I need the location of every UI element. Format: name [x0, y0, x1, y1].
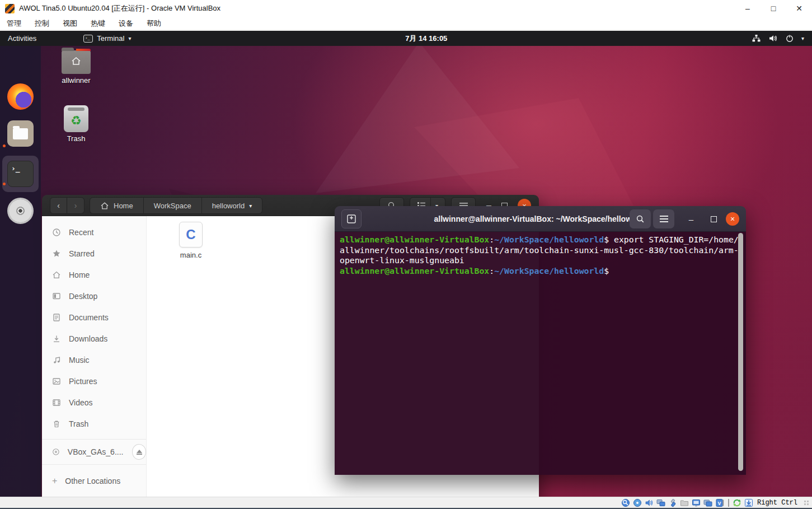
- running-dot: [3, 144, 6, 147]
- back-button[interactable]: ‹: [50, 197, 67, 214]
- minimize-button[interactable]: –: [735, 0, 761, 17]
- breadcrumb-home[interactable]: Home: [90, 198, 144, 213]
- dock-files-icon[interactable]: [7, 120, 34, 147]
- statusbar-keyboard-capture-icon[interactable]: [744, 498, 754, 507]
- files-sidebar: Recent Starred Home Desktop Documents: [42, 216, 147, 497]
- menu-help[interactable]: 帮助: [140, 17, 168, 30]
- network-icon: [752, 34, 761, 43]
- sidebar-item-label: Downloads: [69, 334, 107, 343]
- statusbar-divider: [728, 499, 729, 507]
- menu-devices[interactable]: 设备: [112, 17, 140, 30]
- sidebar-item-home[interactable]: Home: [42, 264, 146, 286]
- gnome-topbar: Activities ›_ Terminal ▾ 7月 14 16:05 ▾: [0, 31, 812, 46]
- statusbar-optical-disc-icon[interactable]: [633, 498, 642, 507]
- sidebar-item-starred[interactable]: Starred: [42, 243, 146, 264]
- optical-disc-icon: [52, 447, 60, 456]
- statusbar-shared-folders-icon[interactable]: [680, 498, 689, 507]
- sidebar-item-pictures[interactable]: Pictures: [42, 371, 146, 392]
- trash-icon: ♻: [64, 105, 88, 132]
- eject-button[interactable]: [132, 444, 146, 460]
- breadcrumb: Home WorkSpace helloworld ▾: [90, 197, 262, 214]
- close-button[interactable]: ✕: [786, 0, 812, 17]
- system-tray[interactable]: ▾: [752, 34, 812, 43]
- chevron-down-icon: ▾: [249, 203, 252, 209]
- app-menu-label: Terminal: [97, 34, 124, 43]
- terminal-scrollbar[interactable]: [738, 233, 743, 471]
- sidebar-item-videos[interactable]: Videos: [42, 392, 146, 413]
- power-icon: [785, 34, 794, 43]
- window-title: AWOL Tina5.0 Ubuntu20.04 [正在运行] - Oracle…: [19, 3, 220, 13]
- music-icon: [52, 356, 61, 365]
- sidebar-item-trash[interactable]: Trash: [42, 413, 146, 435]
- sidebar-item-recent[interactable]: Recent: [42, 222, 146, 243]
- sidebar-item-label: Desktop: [69, 292, 97, 301]
- statusbar-audio-icon[interactable]: [645, 498, 654, 507]
- desktop-icon-trash[interactable]: ♻ Trash: [54, 105, 98, 143]
- volume-icon: [768, 34, 778, 43]
- menu-control[interactable]: 控制: [28, 17, 56, 30]
- terminal-search-button[interactable]: [630, 209, 651, 228]
- terminal-menu-button[interactable]: [653, 209, 674, 228]
- statusbar-display-icon[interactable]: [692, 498, 701, 507]
- terminal-window: allwinner@allwinner-VirtualBox: ~/WorkSp…: [335, 206, 746, 475]
- menu-view[interactable]: 视图: [56, 17, 84, 30]
- statusbar-vbox-features-icon[interactable]: V: [715, 498, 725, 507]
- dock-disc-icon[interactable]: [7, 198, 34, 224]
- terminal-line: allwinner@allwinner-VirtualBox:~/WorkSpa…: [340, 266, 741, 277]
- home-icon: [52, 270, 61, 279]
- terminal-app-icon: ›_: [83, 35, 93, 43]
- sidebar-item-music[interactable]: Music: [42, 349, 146, 371]
- sidebar-item-vbox-gas[interactable]: VBox_GAs_6....: [42, 439, 146, 465]
- menu-machine[interactable]: 管理: [0, 17, 28, 30]
- statusbar-network-icon[interactable]: [656, 498, 666, 507]
- sidebar-item-label: Other Locations: [65, 477, 120, 485]
- running-dot: [3, 183, 6, 185]
- forward-button[interactable]: ›: [67, 197, 85, 214]
- sidebar-item-documents[interactable]: Documents: [42, 307, 146, 328]
- svg-text:V: V: [718, 500, 721, 506]
- maximize-button[interactable]: □: [761, 0, 786, 17]
- dock-firefox-icon[interactable]: [7, 83, 34, 110]
- host-key-label: Right Ctrl: [757, 499, 797, 507]
- vm-screen: Activities ›_ Terminal ▾ 7月 14 16:05 ▾ ›…: [0, 31, 812, 497]
- activities-button[interactable]: Activities: [0, 31, 44, 46]
- video-icon: [52, 398, 61, 407]
- file-item-main-c[interactable]: C main.c: [166, 222, 216, 259]
- sidebar-item-label: Home: [69, 270, 90, 279]
- terminal-output[interactable]: allwinner@allwinner-VirtualBox:~/WorkSpa…: [335, 232, 746, 475]
- statusbar-harddisk-icon[interactable]: [621, 498, 631, 507]
- resize-grip[interactable]: [804, 501, 809, 505]
- close-button[interactable]: ×: [726, 212, 739, 226]
- dock-terminal-icon[interactable]: ›_: [7, 161, 34, 187]
- app-menu-button[interactable]: ›_ Terminal ▾: [78, 31, 137, 46]
- desktop-icon-label: Trash: [54, 134, 98, 143]
- clock[interactable]: 7月 14 16:05: [405, 34, 447, 44]
- maximize-icon: [711, 216, 717, 222]
- maximize-button[interactable]: [704, 209, 723, 228]
- virtualbox-app-icon: [5, 4, 15, 13]
- star-icon: [52, 249, 61, 258]
- virtualbox-titlebar: AWOL Tina5.0 Ubuntu20.04 [正在运行] - Oracle…: [0, 0, 812, 17]
- sidebar-item-downloads[interactable]: Downloads: [42, 328, 146, 349]
- eject-icon-bar: [137, 454, 142, 455]
- statusbar-recording-icon[interactable]: [703, 498, 713, 507]
- hamburger-icon: [660, 216, 668, 217]
- chevron-down-icon: ▾: [128, 35, 131, 41]
- terminal-line: allwinner/toolchains/rootfsbuilt/arm/too…: [340, 245, 741, 256]
- desktop-icon-label: allwinner: [54, 76, 98, 85]
- sidebar-item-desktop[interactable]: Desktop: [42, 286, 146, 307]
- home-icon: [100, 202, 109, 210]
- statusbar-usb-icon[interactable]: [668, 498, 678, 507]
- virtualbox-statusbar: V Right Ctrl: [0, 497, 812, 509]
- statusbar-mouse-integration-icon[interactable]: [733, 498, 742, 507]
- breadcrumb-workspace[interactable]: WorkSpace: [144, 198, 202, 213]
- breadcrumb-label: Home: [114, 202, 133, 210]
- folder-icon: [62, 50, 91, 74]
- sidebar-item-other-locations[interactable]: + Other Locations: [42, 470, 146, 492]
- menu-hotkeys[interactable]: 热键: [84, 17, 112, 30]
- terminal-headerbar[interactable]: allwinner@allwinner-VirtualBox: ~/WorkSp…: [335, 206, 746, 232]
- recycle-glyph: ♻: [71, 115, 82, 127]
- desktop-icon-allwinner[interactable]: allwinner: [54, 50, 98, 85]
- minimize-button[interactable]: –: [682, 209, 701, 228]
- breadcrumb-current[interactable]: helloworld ▾: [202, 198, 262, 213]
